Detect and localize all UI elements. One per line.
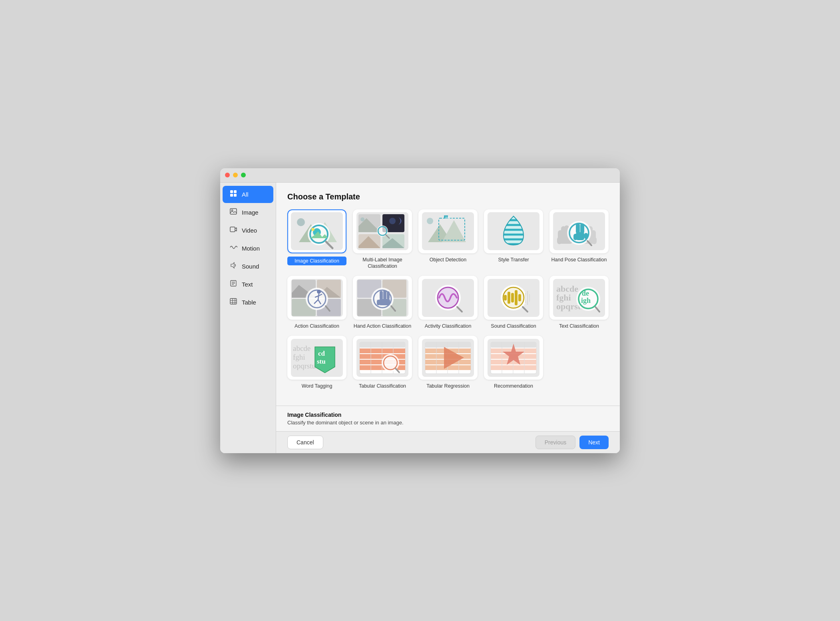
- page-title: Choose a Template: [287, 192, 609, 201]
- all-icon: [229, 189, 238, 199]
- label-word-tagging: Word Tagging: [302, 383, 332, 389]
- template-tabular-regression[interactable]: Tabular Regression: [418, 336, 478, 389]
- sidebar-label-video: Video: [242, 227, 257, 234]
- svg-rect-117: [518, 294, 521, 301]
- image-icon: [229, 207, 238, 217]
- svg-text:de: de: [582, 289, 589, 297]
- template-icon-hand-pose: [549, 209, 609, 253]
- template-icon-hand-action: [353, 276, 412, 320]
- svg-text:cd: cd: [318, 350, 325, 357]
- sidebar-item-image[interactable]: Image: [223, 204, 273, 221]
- svg-rect-12: [230, 299, 237, 304]
- template-object-detection[interactable]: IMG Object Detection: [418, 209, 478, 270]
- table-icon: [229, 297, 238, 307]
- svg-rect-2: [230, 194, 233, 197]
- sidebar-label-table: Table: [242, 299, 256, 306]
- template-action-classification[interactable]: Action Classification: [287, 276, 346, 329]
- svg-rect-102: [377, 300, 380, 305]
- sidebar-label-sound: Sound: [242, 263, 259, 270]
- selected-template-desc: Classify the dominant object or scene in…: [287, 420, 609, 426]
- template-activity-classification[interactable]: Activity Classification: [418, 276, 478, 329]
- sidebar-item-all[interactable]: All: [223, 186, 273, 203]
- close-button[interactable]: [225, 173, 230, 177]
- svg-text:stu: stu: [317, 358, 326, 365]
- sidebar-label-image: Image: [242, 209, 259, 216]
- main-content: All Image V: [220, 183, 620, 453]
- svg-text:abcde: abcde: [293, 344, 311, 352]
- content-area: Choose a Template: [276, 183, 620, 453]
- footer-description: Image Classification Classify the domina…: [276, 406, 620, 431]
- window: All Image V: [220, 168, 620, 453]
- template-tabular-classification[interactable]: Tabular Classification: [353, 336, 412, 389]
- template-multi-label-image-classification[interactable]: Multi-Label Image Classification: [353, 209, 412, 270]
- svg-rect-99: [383, 290, 386, 300]
- template-icon-action-classification: [287, 276, 346, 320]
- label-activity-classification: Activity Classification: [425, 323, 472, 329]
- svg-rect-101: [379, 299, 390, 305]
- nav-buttons: Previous Next: [535, 436, 609, 449]
- svg-point-32: [389, 218, 396, 224]
- svg-rect-6: [230, 227, 235, 232]
- svg-rect-113: [504, 295, 507, 301]
- minimize-button[interactable]: [233, 173, 238, 177]
- svg-rect-116: [515, 290, 518, 305]
- template-icon-object-detection: IMG: [418, 209, 478, 253]
- video-icon: [229, 225, 238, 235]
- sidebar-label-text: Text: [242, 281, 253, 288]
- svg-point-43: [427, 218, 433, 224]
- label-tabular-classification: Tabular Classification: [359, 383, 406, 389]
- sidebar: All Image V: [220, 183, 276, 453]
- maximize-button[interactable]: [241, 173, 246, 177]
- template-sound-classification[interactable]: Sound Classification: [484, 276, 543, 329]
- svg-rect-143: [360, 348, 405, 353]
- sidebar-label-motion: Motion: [242, 245, 260, 252]
- svg-marker-7: [231, 263, 234, 268]
- svg-rect-66: [592, 237, 597, 244]
- svg-point-25: [311, 228, 315, 231]
- template-icon-activity-classification: [418, 276, 478, 320]
- svg-point-20: [297, 218, 305, 226]
- previous-button[interactable]: Previous: [535, 436, 575, 449]
- label-tabular-regression: Tabular Regression: [426, 383, 470, 389]
- sound-icon: [229, 261, 238, 271]
- svg-text:IMG: IMG: [445, 216, 450, 219]
- svg-rect-142: [360, 342, 405, 348]
- svg-rect-0: [230, 190, 233, 193]
- template-image-classification[interactable]: Image Classification: [287, 209, 346, 270]
- template-hand-pose-classification[interactable]: Hand Pose Classification: [549, 209, 609, 270]
- template-icon-recommendation: [484, 336, 543, 380]
- template-hand-action-classification[interactable]: Hand Action Classification: [353, 276, 412, 329]
- template-icon-word-tagging: abcde fghi opqrstu cd stu: [287, 336, 346, 380]
- next-button[interactable]: Next: [579, 436, 609, 449]
- svg-text:fghi: fghi: [293, 353, 305, 361]
- cancel-button[interactable]: Cancel: [287, 436, 323, 449]
- sidebar-item-sound[interactable]: Sound: [223, 258, 273, 275]
- template-icon-text-classification: abcde fghi opqrstu de igh: [549, 276, 609, 320]
- template-icon-tabular-classification: [353, 336, 412, 380]
- svg-rect-1: [234, 190, 237, 193]
- svg-rect-100: [387, 291, 390, 299]
- svg-text:opqrstu: opqrstu: [293, 362, 316, 370]
- svg-rect-144: [360, 354, 405, 359]
- svg-point-30: [360, 217, 364, 221]
- footer-buttons: Cancel Previous Next: [276, 431, 620, 453]
- sidebar-item-table[interactable]: Table: [223, 294, 273, 311]
- label-sound-classification: Sound Classification: [491, 323, 536, 329]
- text-icon: [229, 279, 238, 289]
- svg-rect-4: [230, 209, 237, 214]
- label-recommendation: Recommendation: [494, 383, 533, 389]
- template-icon-multi-label: [353, 209, 412, 253]
- template-icon-image-classification: [287, 209, 346, 253]
- svg-rect-155: [425, 342, 471, 348]
- sidebar-item-text[interactable]: Text: [223, 276, 273, 293]
- template-text-classification[interactable]: abcde fghi opqrstu de igh Te: [549, 276, 609, 329]
- label-image-classification: Image Classification: [287, 257, 346, 265]
- sidebar-item-motion[interactable]: Motion: [223, 240, 273, 257]
- template-word-tagging[interactable]: abcde fghi opqrstu cd stu Wo: [287, 336, 346, 389]
- titlebar: [220, 168, 620, 183]
- motion-icon: [229, 243, 238, 253]
- label-text-classification: Text Classification: [559, 323, 599, 329]
- template-recommendation[interactable]: Recommendation: [484, 336, 543, 389]
- sidebar-item-video[interactable]: Video: [223, 222, 273, 239]
- template-style-transfer[interactable]: Style Transfer: [484, 209, 543, 270]
